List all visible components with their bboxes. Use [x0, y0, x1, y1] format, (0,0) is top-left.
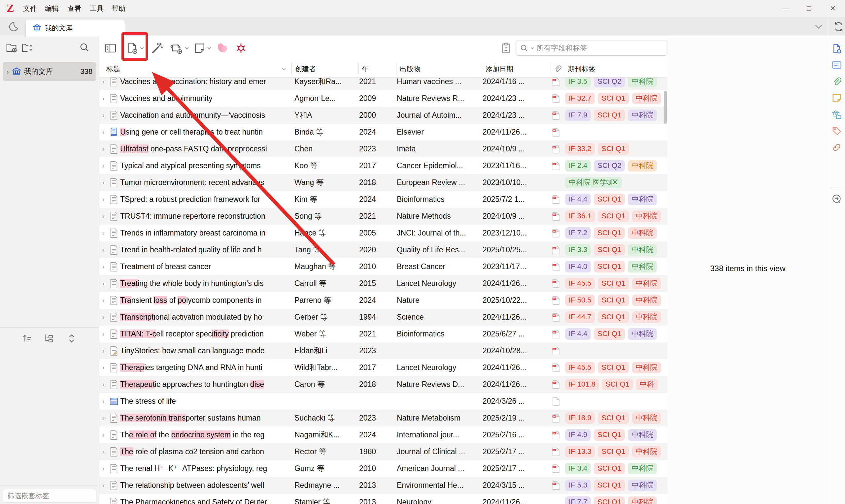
item-row[interactable]: ›Treating the whole body in huntington's… [99, 275, 667, 292]
item-row[interactable]: ›Ultrafast one-pass FASTQ data preproces… [99, 141, 667, 157]
row-expand-chevron-icon[interactable]: › [102, 224, 109, 241]
row-expand-chevron-icon[interactable]: › [102, 258, 109, 275]
item-row[interactable]: ›Vaccines and autoimmunityAgmon-Le...200… [99, 90, 667, 107]
row-expand-chevron-icon[interactable]: › [102, 90, 109, 107]
tag-collapse-icon[interactable] [67, 333, 76, 344]
new-collection-icon[interactable] [6, 42, 18, 53]
item-row[interactable]: The Pharmacokinetics and Safety of Deute… [99, 494, 667, 504]
row-expand-chevron-icon[interactable]: › [102, 410, 109, 427]
items-scrollbar[interactable] [664, 91, 667, 124]
libraries-collections-icon[interactable] [832, 109, 842, 120]
item-row[interactable]: ›TSpred: a robust prediction framework f… [99, 191, 667, 208]
tags-icon[interactable] [832, 126, 842, 136]
tab-my-library[interactable]: 我的文库 [25, 19, 125, 37]
item-row[interactable]: ›The role of plasma co2 tension and carb… [99, 443, 667, 460]
row-expand-chevron-icon[interactable]: › [102, 191, 109, 208]
row-expand-chevron-icon[interactable]: › [102, 77, 109, 90]
item-row[interactable]: ›Using gene or cell therapies to treat h… [99, 124, 667, 141]
item-publication: JNCI: Journal of th... [397, 224, 479, 241]
row-expand-chevron-icon[interactable]: › [102, 309, 109, 326]
row-expand-chevron-icon[interactable]: › [102, 174, 109, 191]
related-icon[interactable] [832, 143, 842, 152]
row-expand-chevron-icon[interactable]: › [102, 393, 109, 410]
abstract-icon[interactable] [832, 60, 842, 70]
item-info-icon[interactable] [832, 43, 842, 53]
tag-sort-icon[interactable] [22, 333, 32, 344]
add-by-identifier-icon[interactable] [151, 41, 163, 55]
new-item-button[interactable] [127, 41, 145, 55]
row-expand-chevron-icon[interactable]: › [102, 460, 109, 477]
column-header-creator[interactable]: 创建者 [295, 60, 354, 77]
close-button[interactable]: ✕ [825, 0, 840, 17]
row-expand-chevron-icon[interactable]: › [102, 275, 109, 292]
new-note-icon[interactable] [194, 41, 212, 55]
minimize-button[interactable]: — [778, 0, 793, 17]
item-row[interactable]: ›Trends in inflammatory breast carcinoma… [99, 224, 667, 241]
add-attachment-icon[interactable] [170, 41, 190, 55]
collection-search-icon[interactable] [79, 42, 90, 53]
item-row[interactable]: ›The relationship between adolescents’ w… [99, 477, 667, 494]
expand-collections-icon[interactable] [21, 42, 33, 53]
item-year: 2021 [359, 77, 393, 90]
item-row[interactable]: ›The stress of life2024/3/26 ... [99, 393, 667, 410]
row-expand-chevron-icon[interactable]: › [102, 443, 109, 460]
tag-filter-input[interactable]: 筛选嵌套标签 [3, 489, 96, 503]
item-row[interactable]: ›The serotonin transporter sustains huma… [99, 410, 667, 427]
collapse-pane-icon[interactable] [105, 41, 116, 55]
notes-icon[interactable] [832, 93, 842, 103]
item-row[interactable]: ›The role of the endocrine system in the… [99, 427, 667, 443]
item-row[interactable]: ›Tumor microenvironment: recent advances… [99, 174, 667, 191]
row-expand-chevron-icon[interactable]: › [102, 427, 109, 443]
locate-menu-icon[interactable] [832, 194, 842, 204]
restore-button[interactable]: ❐ [802, 0, 816, 17]
menu-edit[interactable]: 编辑 [42, 0, 61, 17]
row-expand-chevron-icon[interactable]: › [102, 208, 109, 224]
item-row[interactable]: ›Treatment of breast cancerMaughan 等2010… [99, 258, 667, 275]
expand-chevron-icon[interactable]: › [6, 68, 9, 75]
menu-help[interactable]: 帮助 [109, 0, 128, 17]
item-row[interactable]: ›TRUST4: immune repertoire reconstructio… [99, 208, 667, 224]
search-input[interactable]: 所有字段和标签 [515, 40, 667, 56]
item-row[interactable]: ›TinyStories: how small can language mod… [99, 342, 667, 359]
item-row[interactable]: ›Transcriptional activation modulated by… [99, 309, 667, 326]
column-header-year[interactable]: 年 [362, 60, 392, 77]
column-header-journal-tags[interactable]: 期刊标签 [568, 60, 664, 77]
column-header-date-added[interactable]: 添加日期 [486, 60, 545, 77]
dark-mode-icon[interactable] [8, 21, 19, 32]
column-header-publication[interactable]: 出版物 [400, 60, 479, 77]
item-row[interactable]: ›Therapeutic approaches to huntington di… [99, 376, 667, 393]
row-expand-chevron-icon[interactable]: › [102, 241, 109, 258]
item-row[interactable]: ›Vaccination and autoimmunity—‘vaccinosi… [99, 107, 667, 124]
row-expand-chevron-icon[interactable]: › [102, 141, 109, 157]
item-row[interactable]: ›Transient loss of polycomb components i… [99, 292, 667, 309]
row-expand-chevron-icon[interactable] [102, 494, 109, 504]
row-expand-chevron-icon[interactable]: › [102, 342, 109, 359]
item-row[interactable]: ›Therapies targeting DNA and RNA in hunt… [99, 359, 667, 376]
sidebar-item-my-library[interactable]: › 我的文库 338 [3, 62, 96, 81]
sync-icon[interactable] [833, 21, 844, 32]
row-expand-chevron-icon[interactable]: › [102, 107, 109, 124]
locate-icon[interactable] [500, 41, 512, 55]
attachments-icon[interactable] [832, 76, 842, 86]
item-row[interactable]: ›Typical and atypical presenting symptom… [99, 157, 667, 174]
row-expand-chevron-icon[interactable]: › [102, 359, 109, 376]
item-row[interactable]: ›The renal H⁺ -K⁺ -ATPases: physiology, … [99, 460, 667, 477]
attachment-column-icon[interactable] [553, 65, 561, 73]
plugin-petal-icon[interactable] [216, 41, 229, 55]
menu-tools[interactable]: 工具 [87, 0, 106, 17]
row-expand-chevron-icon[interactable]: › [102, 376, 109, 393]
tag-hierarchy-icon[interactable] [43, 333, 54, 344]
row-expand-chevron-icon[interactable]: › [102, 477, 109, 494]
row-expand-chevron-icon[interactable]: › [102, 326, 109, 342]
row-expand-chevron-icon[interactable]: › [102, 124, 109, 141]
row-expand-chevron-icon[interactable]: › [102, 292, 109, 309]
column-header-title[interactable]: 标题 [106, 60, 278, 77]
menu-view[interactable]: 查看 [65, 0, 84, 17]
tab-list-chevron-icon[interactable] [813, 22, 825, 32]
item-row[interactable]: ›TITAN: T-cell receptor specificity pred… [99, 326, 667, 342]
row-expand-chevron-icon[interactable]: › [102, 157, 109, 174]
item-row[interactable]: ›Trend in health-related quality of life… [99, 241, 667, 258]
item-row[interactable]: ›Vaccines and vaccination: history and e… [99, 77, 667, 90]
menu-file[interactable]: 文件 [20, 0, 40, 17]
gpt-plugin-icon[interactable] [235, 41, 247, 55]
